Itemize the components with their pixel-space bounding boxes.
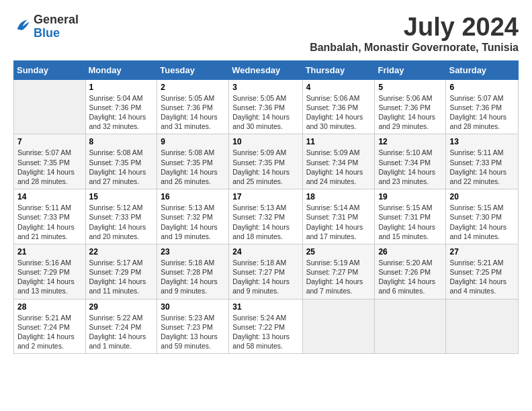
day-info: Sunrise: 5:18 AMSunset: 7:27 PMDaylight:… [232, 258, 298, 296]
day-number: 26 [378, 247, 442, 257]
day-info: Sunrise: 5:13 AMSunset: 7:32 PMDaylight:… [232, 203, 298, 241]
day-number: 5 [378, 83, 442, 92]
day-info: Sunrise: 5:07 AMSunset: 7:36 PMDaylight:… [449, 93, 515, 132]
calendar-cell [375, 299, 446, 354]
day-info: Sunrise: 5:04 AMSunset: 7:36 PMDaylight:… [89, 93, 154, 132]
day-info: Sunrise: 5:17 AMSunset: 7:29 PMDaylight:… [89, 258, 154, 296]
day-number: 8 [89, 137, 154, 146]
day-number: 12 [378, 137, 442, 146]
calendar-cell: 6Sunrise: 5:07 AMSunset: 7:36 PMDaylight… [446, 79, 519, 134]
day-info: Sunrise: 5:06 AMSunset: 7:36 PMDaylight:… [306, 93, 371, 132]
header-tuesday: Tuesday [157, 60, 229, 79]
calendar-cell: 25Sunrise: 5:19 AMSunset: 7:27 PMDayligh… [302, 244, 375, 299]
calendar-cell: 31Sunrise: 5:24 AMSunset: 7:22 PMDayligh… [229, 299, 302, 354]
calendar-cell: 1Sunrise: 5:04 AMSunset: 7:36 PMDaylight… [85, 79, 157, 134]
calendar-cell: 16Sunrise: 5:13 AMSunset: 7:32 PMDayligh… [157, 189, 229, 244]
logo: General Blue [13, 13, 79, 40]
calendar-cell: 3Sunrise: 5:05 AMSunset: 7:36 PMDaylight… [229, 79, 302, 134]
day-info: Sunrise: 5:09 AMSunset: 7:35 PMDaylight:… [232, 148, 298, 186]
calendar-cell: 13Sunrise: 5:11 AMSunset: 7:33 PMDayligh… [446, 134, 519, 189]
day-number: 15 [89, 192, 154, 201]
calendar-cell: 26Sunrise: 5:20 AMSunset: 7:26 PMDayligh… [375, 244, 446, 299]
day-number: 3 [232, 83, 298, 92]
day-info: Sunrise: 5:08 AMSunset: 7:35 PMDaylight:… [161, 148, 225, 186]
calendar-cell: 4Sunrise: 5:06 AMSunset: 7:36 PMDaylight… [302, 79, 375, 134]
day-info: Sunrise: 5:05 AMSunset: 7:36 PMDaylight:… [161, 93, 225, 132]
day-info: Sunrise: 5:12 AMSunset: 7:33 PMDaylight:… [89, 203, 154, 241]
day-number: 24 [232, 247, 298, 257]
day-info: Sunrise: 5:06 AMSunset: 7:36 PMDaylight:… [378, 93, 442, 132]
calendar-header: Sunday Monday Tuesday Wednesday Thursday… [14, 60, 519, 79]
day-number: 29 [89, 302, 154, 312]
calendar-cell: 15Sunrise: 5:12 AMSunset: 7:33 PMDayligh… [85, 189, 157, 244]
calendar-cell: 28Sunrise: 5:21 AMSunset: 7:24 PMDayligh… [14, 299, 86, 354]
day-number: 19 [378, 192, 442, 201]
day-number: 27 [449, 247, 515, 257]
day-info: Sunrise: 5:10 AMSunset: 7:34 PMDaylight:… [378, 148, 442, 186]
day-info: Sunrise: 5:05 AMSunset: 7:36 PMDaylight:… [232, 93, 298, 132]
calendar-cell: 30Sunrise: 5:23 AMSunset: 7:23 PMDayligh… [157, 299, 229, 354]
calendar-cell: 27Sunrise: 5:21 AMSunset: 7:25 PMDayligh… [446, 244, 519, 299]
header-row: Sunday Monday Tuesday Wednesday Thursday… [14, 60, 519, 79]
calendar-table: Sunday Monday Tuesday Wednesday Thursday… [13, 60, 519, 354]
logo-bird-icon [13, 16, 32, 35]
day-number: 14 [17, 192, 82, 201]
day-number: 28 [17, 302, 82, 312]
header-thursday: Thursday [302, 60, 375, 79]
day-number: 17 [232, 192, 298, 201]
header-wednesday: Wednesday [229, 60, 302, 79]
day-number: 7 [17, 137, 82, 146]
calendar-cell: 7Sunrise: 5:07 AMSunset: 7:35 PMDaylight… [14, 134, 86, 189]
calendar-cell: 19Sunrise: 5:15 AMSunset: 7:31 PMDayligh… [375, 189, 446, 244]
calendar-cell: 11Sunrise: 5:09 AMSunset: 7:34 PMDayligh… [302, 134, 375, 189]
calendar-title-block: July 2024 Banbalah, Monastir Governorate… [310, 13, 519, 54]
day-info: Sunrise: 5:16 AMSunset: 7:29 PMDaylight:… [17, 258, 82, 296]
calendar-cell [14, 79, 86, 134]
calendar-body: 1Sunrise: 5:04 AMSunset: 7:36 PMDaylight… [14, 79, 519, 353]
day-number: 11 [306, 137, 371, 146]
day-number: 1 [89, 83, 154, 92]
calendar-week-3: 14Sunrise: 5:11 AMSunset: 7:33 PMDayligh… [14, 189, 519, 244]
calendar-cell: 24Sunrise: 5:18 AMSunset: 7:27 PMDayligh… [229, 244, 302, 299]
calendar-cell [302, 299, 375, 354]
day-number: 23 [161, 247, 225, 257]
calendar-cell: 12Sunrise: 5:10 AMSunset: 7:34 PMDayligh… [375, 134, 446, 189]
day-number: 13 [449, 137, 515, 146]
day-number: 20 [449, 192, 515, 201]
calendar-cell [446, 299, 519, 354]
day-info: Sunrise: 5:21 AMSunset: 7:24 PMDaylight:… [17, 313, 82, 351]
calendar-cell: 29Sunrise: 5:22 AMSunset: 7:24 PMDayligh… [85, 299, 157, 354]
calendar-cell: 8Sunrise: 5:08 AMSunset: 7:35 PMDaylight… [85, 134, 157, 189]
page-header: General Blue July 2024 Banbalah, Monasti… [13, 13, 519, 54]
day-info: Sunrise: 5:18 AMSunset: 7:28 PMDaylight:… [161, 258, 225, 296]
calendar-week-5: 28Sunrise: 5:21 AMSunset: 7:24 PMDayligh… [14, 299, 519, 354]
calendar-cell: 2Sunrise: 5:05 AMSunset: 7:36 PMDaylight… [157, 79, 229, 134]
day-info: Sunrise: 5:23 AMSunset: 7:23 PMDaylight:… [161, 313, 225, 351]
day-number: 6 [449, 83, 515, 92]
calendar-week-4: 21Sunrise: 5:16 AMSunset: 7:29 PMDayligh… [14, 244, 519, 299]
calendar-week-2: 7Sunrise: 5:07 AMSunset: 7:35 PMDaylight… [14, 134, 519, 189]
day-number: 9 [161, 137, 225, 146]
calendar-title: July 2024 [310, 13, 519, 42]
day-info: Sunrise: 5:15 AMSunset: 7:31 PMDaylight:… [378, 203, 442, 241]
day-info: Sunrise: 5:14 AMSunset: 7:31 PMDaylight:… [306, 203, 371, 241]
day-info: Sunrise: 5:08 AMSunset: 7:35 PMDaylight:… [89, 148, 154, 186]
calendar-cell: 17Sunrise: 5:13 AMSunset: 7:32 PMDayligh… [229, 189, 302, 244]
calendar-cell: 10Sunrise: 5:09 AMSunset: 7:35 PMDayligh… [229, 134, 302, 189]
calendar-cell: 18Sunrise: 5:14 AMSunset: 7:31 PMDayligh… [302, 189, 375, 244]
calendar-cell: 23Sunrise: 5:18 AMSunset: 7:28 PMDayligh… [157, 244, 229, 299]
day-number: 22 [89, 247, 154, 257]
day-info: Sunrise: 5:11 AMSunset: 7:33 PMDaylight:… [449, 148, 515, 186]
header-sunday: Sunday [14, 60, 86, 79]
day-number: 30 [161, 302, 225, 312]
day-number: 31 [232, 302, 298, 312]
day-info: Sunrise: 5:07 AMSunset: 7:35 PMDaylight:… [17, 148, 82, 186]
logo-text: General Blue [34, 13, 79, 40]
calendar-cell: 20Sunrise: 5:15 AMSunset: 7:30 PMDayligh… [446, 189, 519, 244]
day-info: Sunrise: 5:19 AMSunset: 7:27 PMDaylight:… [306, 258, 371, 296]
day-number: 10 [232, 137, 298, 146]
day-info: Sunrise: 5:15 AMSunset: 7:30 PMDaylight:… [449, 203, 515, 241]
day-number: 21 [17, 247, 82, 257]
calendar-week-1: 1Sunrise: 5:04 AMSunset: 7:36 PMDaylight… [14, 79, 519, 134]
day-info: Sunrise: 5:11 AMSunset: 7:33 PMDaylight:… [17, 203, 82, 241]
